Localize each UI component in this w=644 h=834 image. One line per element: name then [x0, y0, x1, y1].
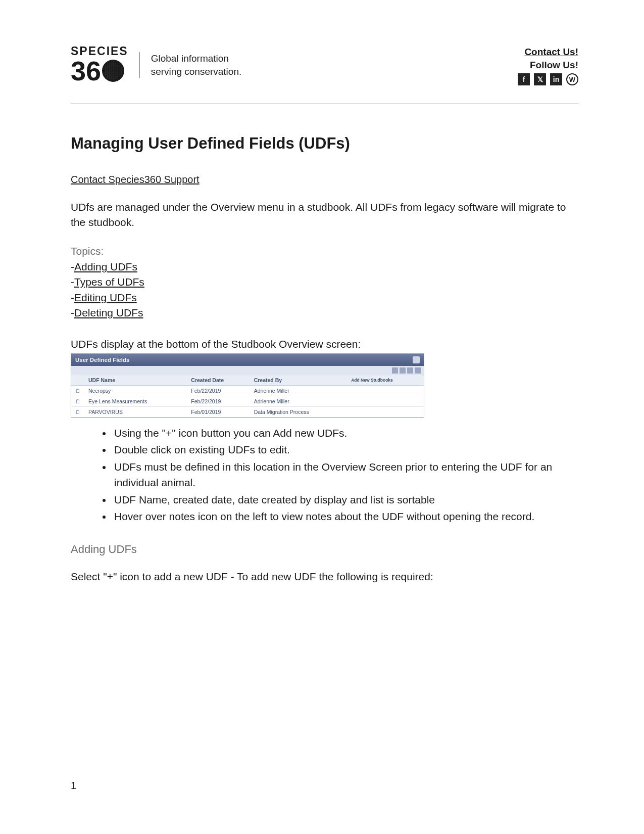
topic-link-editing[interactable]: Editing UDFs	[74, 292, 137, 303]
table-row[interactable]: Necropsy Feb/22/2019 Adrienne Miller	[71, 385, 424, 396]
follow-us-label: Follow Us!	[530, 60, 578, 70]
cell-by: Adrienne Miller	[250, 385, 348, 396]
panel-collapse-icon[interactable]	[413, 356, 420, 363]
twitter-icon[interactable]: 𝕏	[534, 73, 546, 85]
linkedin-icon[interactable]: in	[550, 73, 562, 85]
notes-icon[interactable]	[71, 385, 84, 396]
topic-link-adding[interactable]: Adding UDFs	[74, 261, 137, 272]
cell-extra	[347, 406, 424, 417]
cell-by: Data Migration Process	[250, 406, 348, 417]
list-item: Hover over notes icon on the left to vie…	[112, 508, 578, 525]
col-created-by[interactable]: Created By	[250, 375, 348, 386]
cell-extra	[347, 396, 424, 406]
udf-panel-screenshot: User Defined Fields UDF Name Created Dat…	[71, 353, 424, 418]
social-icons: f 𝕏 in W	[518, 73, 578, 85]
adding-body: Select "+" icon to add a new UDF - To ad…	[71, 569, 578, 584]
contact-us-link[interactable]: Contact Us!	[524, 47, 578, 57]
wordpress-icon[interactable]: W	[566, 73, 578, 85]
page-number: 1	[71, 780, 76, 792]
list-item: Using the "+" icon button you can Add ne…	[112, 425, 578, 441]
cell-by: Adrienne Miller	[250, 396, 348, 406]
table-row[interactable]: Eye Lens Measurements Feb/22/2019 Adrien…	[71, 396, 424, 406]
col-note	[71, 375, 84, 386]
intro-paragraph: UDfs are managed under the Overview menu…	[71, 200, 578, 230]
topic-link-types[interactable]: Types of UDFs	[74, 276, 144, 288]
toolbar-btn[interactable]	[400, 367, 406, 374]
col-add-new[interactable]: Add New Studbooks	[347, 375, 424, 386]
topics-heading: Topics:	[71, 245, 578, 257]
list-item: UDF Name, created date, date created by …	[112, 492, 578, 508]
cell-extra	[347, 385, 424, 396]
udf-table: UDF Name Created Date Created By Add New…	[71, 375, 424, 418]
list-item: Double click on existing UDFs to edit.	[112, 442, 578, 458]
toolbar-btn[interactable]	[392, 367, 398, 374]
globe-icon	[102, 60, 124, 82]
table-header-row: UDF Name Created Date Created By Add New…	[71, 375, 424, 386]
toolbar-btn[interactable]	[407, 367, 413, 374]
cell-date: Feb/22/2019	[187, 385, 250, 396]
support-link[interactable]: Contact Species360 Support	[71, 174, 200, 186]
logo: SPECIES 36	[71, 45, 128, 84]
page-header: SPECIES 36 Global information serving co…	[71, 45, 578, 85]
page-title: Managing User Defined Fields (UDFs)	[71, 134, 578, 153]
panel-titlebar: User Defined Fields	[71, 354, 424, 366]
bullet-list: Using the "+" icon button you can Add ne…	[112, 425, 578, 525]
cell-name: PARVOVIRUS	[84, 406, 187, 417]
col-udf-name[interactable]: UDF Name	[84, 375, 187, 386]
notes-icon[interactable]	[71, 396, 84, 406]
toolbar-btn[interactable]	[415, 367, 421, 374]
cell-date: Feb/22/2019	[187, 396, 250, 406]
topics-list: Adding UDFs Types of UDFs Editing UDFs D…	[71, 259, 578, 321]
panel-caption: UDFs display at the bottom of the Studbo…	[71, 338, 578, 350]
header-divider	[71, 104, 578, 104]
cell-name: Necropsy	[84, 385, 187, 396]
section-adding-udfs: Adding UDFs	[71, 543, 578, 556]
topic-link-deleting[interactable]: Deleting UDFs	[74, 307, 143, 318]
table-row[interactable]: PARVOVIRUS Feb/01/2019 Data Migration Pr…	[71, 406, 424, 417]
panel-toolbar	[71, 366, 424, 375]
cell-date: Feb/01/2019	[187, 406, 250, 417]
logo-text-bottom: 36	[71, 57, 128, 84]
facebook-icon[interactable]: f	[518, 73, 530, 85]
brand-block: SPECIES 36 Global information serving co…	[71, 45, 241, 84]
col-created-date[interactable]: Created Date	[187, 375, 250, 386]
notes-icon[interactable]	[71, 406, 84, 417]
tagline: Global information serving conservation.	[139, 52, 242, 78]
contact-block: Contact Us! Follow Us! f 𝕏 in W	[518, 45, 578, 85]
list-item: UDFs must be defined in this location in…	[112, 459, 578, 491]
cell-name: Eye Lens Measurements	[84, 396, 187, 406]
panel-title: User Defined Fields	[75, 357, 129, 363]
